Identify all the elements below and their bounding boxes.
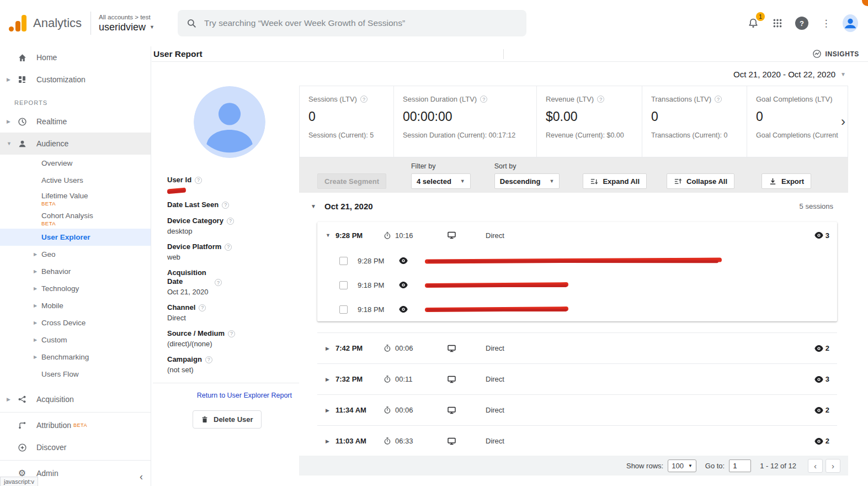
sidebar-item-label: User Explorer [41,233,90,241]
session-row[interactable]: ▶ 11:03 AM 06:33 Direct 2 [317,425,837,456]
metric-sessions-ltv[interactable]: Sessions (LTV)? 0 Sessions (Current): 5 [300,86,393,157]
chevron-down-icon: ▼ [688,463,693,468]
filter-dropdown[interactable]: 4 selected ▼ [411,173,471,189]
field-device-category: Device Category? desktop [167,216,292,235]
sidebar-item-discover[interactable]: Discover [0,436,151,458]
sidebar-item-behavior[interactable]: ▶ Behavior [0,263,151,280]
collapse-sidebar-button[interactable]: ‹ [140,471,143,483]
chevron-down-icon: ▼ [460,178,465,184]
session-time: 9:28 PM [336,231,384,240]
sort-dropdown[interactable]: Descending ▼ [494,173,560,189]
next-page-button[interactable]: › [826,459,840,473]
help-icon[interactable]: ? [228,330,235,337]
sidebar-item-acquisition[interactable]: ▶ Acquisition [0,388,151,410]
metric-goal-completions-ltv[interactable]: Goal Completions (LTV) 0 Goal Completion… [747,86,848,157]
sidebar-item-users-flow[interactable]: Users Flow [0,366,151,383]
chevron-down-icon[interactable]: ▼ [311,203,324,209]
account-avatar-button[interactable] [843,15,858,31]
collapse-all-button[interactable]: Collapse All [667,173,734,189]
sidebar-item-geo[interactable]: ▶ Geo [0,246,151,263]
overflow-menu-button[interactable]: ⋮ [818,15,834,31]
sidebar-item-customization[interactable]: ▶ Customization [0,68,151,91]
app-name: Analytics [33,16,82,30]
delete-user-button[interactable]: Delete User [193,410,262,429]
insights-button[interactable]: INSIGHTS [812,49,859,59]
metric-session-duration-ltv[interactable]: Session Duration (LTV)? 00:00:00 Session… [393,86,536,157]
export-button[interactable]: Export [762,173,811,189]
session-row[interactable]: ▶ 7:42 PM 00:06 Direct 2 [317,332,837,363]
sidebar-item-user-explorer[interactable]: User Explorer [0,229,151,246]
sidebar-item-realtime[interactable]: ▶ Realtime [0,110,151,133]
field-value: Direct [167,314,292,322]
help-icon[interactable]: ? [225,244,232,251]
sidebar-item-custom[interactable]: ▶ Custom [0,331,151,348]
metric-label: Sessions (LTV) [308,95,357,103]
checkbox[interactable] [339,257,348,265]
sidebar-item-benchmarking[interactable]: ▶ Benchmarking [0,348,151,366]
help-icon[interactable]: ? [195,177,202,184]
sidebar-item-mobile[interactable]: ▶ Mobile [0,297,151,314]
session-row[interactable]: ▶ 11:34 AM 00:06 Direct 2 [317,394,837,425]
insights-divider [503,49,504,59]
help-icon[interactable]: ? [215,279,222,286]
sidebar-item-label: Users Flow [41,370,79,378]
session-row-expanded[interactable]: ▼ 9:28 PM 10:16 Direct 3 [317,222,837,249]
sidebar-item-label: Custom [41,336,67,344]
prev-page-button[interactable]: ‹ [808,459,823,473]
checkbox[interactable] [339,305,348,314]
session-channel: Direct [486,406,504,414]
session-row[interactable]: ▶ 7:32 PM 00:11 Direct 3 [317,363,837,394]
hit-row[interactable]: 9:18 PM [317,297,837,321]
metric-value: $0.00 [546,109,634,124]
help-icon[interactable]: ? [205,356,212,363]
sidebar-item-attribution[interactable]: Attribution BETA [0,414,151,436]
help-icon[interactable]: ? [222,202,229,209]
sidebar-item-label: Geo [41,250,56,258]
sidebar-item-active-users[interactable]: Active Users [0,172,151,189]
pageview-count: 2 [826,344,829,352]
help-icon[interactable]: ? [227,218,234,225]
create-segment-button[interactable]: Create Segment [317,173,386,189]
top-header: Analytics All accounts > test useridview… [0,0,868,46]
checkbox[interactable] [339,281,348,289]
help-icon[interactable]: ? [480,96,487,103]
date-range-selector[interactable]: Oct 21, 2020 - Oct 22, 2020 ▼ [733,70,846,79]
show-rows-select[interactable]: 100 ▼ [668,459,696,472]
sidebar-item-label: Attribution [36,421,71,430]
return-to-user-explorer-link[interactable]: Return to User Explorer Report [167,392,292,399]
sidebar-item-home[interactable]: Home [0,46,151,68]
desktop-icon [447,437,486,446]
metric-transactions-ltv[interactable]: Transactions (LTV)? 0 Transactions (Curr… [642,86,747,157]
acquisition-icon [17,395,28,404]
goto-page-input[interactable] [729,459,751,472]
sidebar-item-technology[interactable]: ▶ Technology [0,280,151,297]
sidebar-item-audience[interactable]: ▼ Audience [0,133,151,155]
session-time: 11:34 AM [336,406,384,414]
chevron-down-icon: ▼ [840,71,846,77]
session-duration: 00:06 [395,344,413,352]
analytics-logo[interactable]: Analytics [0,15,82,31]
help-icon[interactable]: ? [715,96,722,103]
hit-row[interactable]: 9:28 PM [317,249,837,273]
sidebar-item-lifetime-value[interactable]: Lifetime Value BETA [0,189,151,209]
attribution-icon [17,421,28,430]
help-icon[interactable]: ? [597,96,604,103]
sidebar-item-cohort-analysis[interactable]: Cohort Analysis BETA [0,209,151,229]
hit-row[interactable]: 9:18 PM [317,273,837,297]
field-label: Campaign [167,355,202,364]
metric-revenue-ltv[interactable]: Revenue (LTV)? $0.00 Revenue (Current): … [536,86,642,157]
notifications-button[interactable]: 1 [745,15,761,31]
apps-grid-button[interactable] [770,15,785,31]
clock-icon [17,117,28,126]
field-device-platform: Device Platform? web [167,242,292,261]
help-icon[interactable]: ? [360,96,368,103]
sidebar-item-cross-device[interactable]: ▶ Cross Device [0,314,151,331]
metrics-scroll-next-button[interactable]: › [841,114,845,129]
help-icon[interactable]: ? [199,304,206,311]
sessions-list: ▼ Oct 21, 2020 5 sessions ▼ 9:28 PM 10:1… [299,193,848,456]
sidebar-item-overview[interactable]: Overview [0,155,151,172]
account-picker[interactable]: All accounts > test useridview ▼ [99,14,155,33]
expand-all-button[interactable]: Expand All [583,173,647,189]
help-button[interactable]: ? [794,15,810,31]
search-input[interactable] [204,18,518,28]
